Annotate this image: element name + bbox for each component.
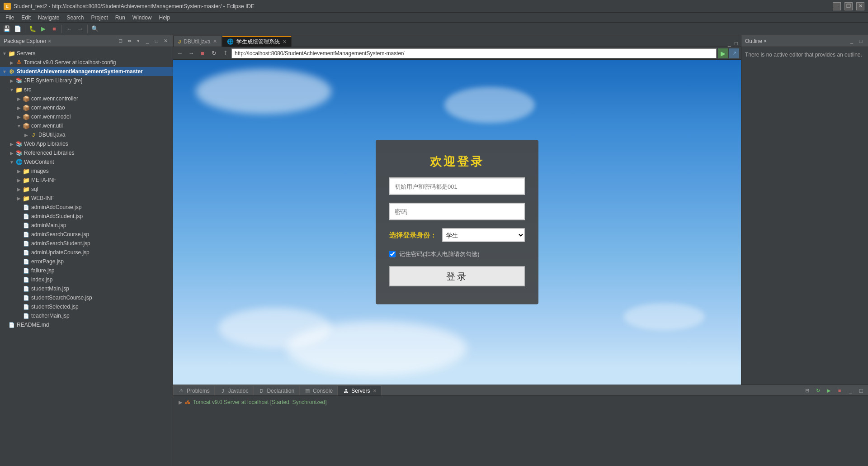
- collapse-all-button[interactable]: ⊟: [117, 38, 124, 45]
- tree-index[interactable]: 📄 index.jsp: [0, 275, 173, 284]
- maximize-view-button[interactable]: □: [153, 38, 160, 45]
- tree-adminaddstudent[interactable]: 📄 adminAddStudent.jsp: [0, 212, 173, 221]
- adminaddstudent-arrow: [15, 213, 23, 220]
- nav-refresh-button[interactable]: ↻: [209, 48, 219, 58]
- toolbar-forward[interactable]: →: [75, 24, 85, 34]
- toolbar-search[interactable]: 🔍: [90, 24, 100, 34]
- toolbar-debug[interactable]: 🐛: [28, 24, 38, 34]
- bottom-refresh-button[interactable]: ↻: [813, 385, 823, 395]
- servers-tab-close[interactable]: ✕: [373, 388, 377, 393]
- link-editor-button[interactable]: ⇔: [126, 38, 133, 45]
- go-button[interactable]: ▶: [718, 48, 728, 58]
- open-in-browser-button[interactable]: ↗: [729, 48, 739, 58]
- tree-servers[interactable]: ▼ 📁 Servers: [0, 49, 173, 58]
- tree-adminupdatecourse[interactable]: 📄 adminUpdateCourse.jsp: [0, 248, 173, 257]
- tree-src[interactable]: ▼ 📁 src: [0, 85, 173, 94]
- username-input[interactable]: [389, 178, 525, 195]
- bottom-start-button[interactable]: ▶: [824, 385, 834, 395]
- tree-failure[interactable]: 📄 failure.jsp: [0, 266, 173, 275]
- tab-dbutil[interactable]: J DBUtil.java ✕: [173, 36, 222, 47]
- toolbar-save[interactable]: 💾: [2, 24, 12, 34]
- readme-label: README.md: [17, 322, 49, 328]
- tomcat-server-row[interactable]: ▶ 🖧 Tomcat v9.0 Server at localhost [Sta…: [177, 398, 864, 407]
- minimize-button[interactable]: –: [833, 2, 841, 10]
- tree-adminaddcourse[interactable]: 📄 adminAddCourse.jsp: [0, 203, 173, 212]
- close-button[interactable]: ✕: [856, 2, 864, 10]
- tree-referenced-libs[interactable]: ▶ 📚 Referenced Libraries: [0, 148, 173, 157]
- menu-navigate[interactable]: Navigate: [34, 14, 63, 22]
- tree-webcontent[interactable]: ▼ 🌐 WebContent: [0, 157, 173, 166]
- tree-errorpage[interactable]: 📄 errorPage.jsp: [0, 257, 173, 266]
- tree-studentsearchcourse[interactable]: 📄 studentSearchCourse.jsp: [0, 293, 173, 302]
- outline-max-button[interactable]: □: [857, 38, 864, 45]
- toolbar-new[interactable]: 📄: [13, 24, 23, 34]
- meta-inf-arrow: ▶: [15, 176, 23, 184]
- tree-web-inf[interactable]: ▶ 📁 WEB-INF: [0, 194, 173, 203]
- toolbar-stop[interactable]: ■: [49, 24, 59, 34]
- close-view-button[interactable]: ✕: [162, 38, 169, 45]
- tab-console[interactable]: ▤ Console: [299, 385, 338, 395]
- nav-back-button[interactable]: ←: [175, 48, 185, 58]
- browser-content: 欢迎登录 选择登录身份： 学生 教师 管理员: [173, 60, 741, 385]
- bottom-min-button[interactable]: _: [845, 385, 855, 395]
- menu-file[interactable]: File: [2, 14, 18, 22]
- tree-project[interactable]: ▼ ⚙ StudentAchievementManagementSystem-m…: [0, 67, 173, 76]
- tab-declaration[interactable]: D Declaration: [253, 385, 299, 395]
- tree-meta-inf[interactable]: ▶ 📁 META-INF: [0, 176, 173, 185]
- tab-javadoc[interactable]: J Javadoc: [215, 385, 254, 395]
- remember-checkbox[interactable]: [389, 251, 396, 257]
- menu-project[interactable]: Project: [87, 14, 111, 22]
- toolbar-run[interactable]: ▶: [38, 24, 48, 34]
- tree-images[interactable]: ▶ 📁 images: [0, 166, 173, 176]
- tab-browser[interactable]: 🌐 学生成绩管理系统 ✕: [222, 36, 292, 47]
- tree-readme[interactable]: 📄 README.md: [0, 320, 173, 329]
- menu-help[interactable]: Help: [156, 14, 174, 22]
- images-folder-icon: 📁: [23, 167, 30, 175]
- tree-teachermain[interactable]: 📄 teacherMain.jsp: [0, 311, 173, 320]
- tree-webapp-libs[interactable]: ▶ 📚 Web App Libraries: [0, 139, 173, 148]
- toolbar-back[interactable]: ←: [64, 24, 74, 34]
- menu-edit[interactable]: Edit: [18, 14, 34, 22]
- menu-run[interactable]: Run: [112, 14, 129, 22]
- password-input[interactable]: [389, 203, 525, 220]
- tab-problems[interactable]: ⚠ Problems: [173, 385, 215, 395]
- bottom-stop-button[interactable]: ■: [835, 385, 844, 395]
- tree-adminmain[interactable]: 📄 adminMain.jsp: [0, 221, 173, 230]
- browser-tab-close[interactable]: ✕: [283, 39, 287, 45]
- login-button[interactable]: 登录: [389, 266, 525, 286]
- tree-dbutil[interactable]: ▶ J DBUtil.java: [0, 130, 173, 139]
- tree-controller[interactable]: ▶ 📦 com.wenr.controller: [0, 94, 173, 103]
- editor-max-button[interactable]: □: [733, 40, 739, 47]
- url-bar[interactable]: [231, 48, 717, 58]
- bottom-collapse-button[interactable]: ⊟: [802, 385, 812, 395]
- view-menu-button[interactable]: ▾: [135, 38, 142, 45]
- tree-tomcat-config[interactable]: ▶ 🖧 Tomcat v9.0 Server at localhost-conf…: [0, 58, 173, 67]
- role-select[interactable]: 学生 教师 管理员: [442, 228, 525, 242]
- tree-studentselected[interactable]: 📄 studentSelected.jsp: [0, 302, 173, 311]
- dbutil-tab-close[interactable]: ✕: [213, 38, 217, 44]
- nav-stop-button[interactable]: ■: [198, 48, 208, 58]
- nav-open-external-button[interactable]: ⤴: [220, 48, 230, 58]
- menu-search[interactable]: Search: [63, 14, 87, 22]
- tree-jre[interactable]: ▶ 📚 JRE System Library [jre]: [0, 76, 173, 85]
- tree-adminsearchstudent[interactable]: 📄 adminSearchStudent.jsp: [0, 239, 173, 248]
- studentmain-label: studentMain.jsp: [31, 285, 69, 292]
- menu-window[interactable]: Window: [129, 14, 156, 22]
- center-right-wrapper: J DBUtil.java ✕ 🌐 学生成绩管理系统 ✕ _ □: [173, 35, 868, 466]
- restore-button[interactable]: ❐: [844, 2, 853, 10]
- tree-studentmain[interactable]: 📄 studentMain.jsp: [0, 284, 173, 293]
- tree-util[interactable]: ▼ 📦 com.wenr.util: [0, 121, 173, 130]
- teachermain-icon: 📄: [23, 312, 30, 319]
- tree-sql[interactable]: ▶ 📁 sql: [0, 185, 173, 194]
- editor-min-button[interactable]: _: [726, 40, 732, 47]
- tree-model[interactable]: ▶ 📦 com.wenr.model: [0, 112, 173, 121]
- tree-adminsearchcourse[interactable]: 📄 adminSearchCourse.jsp: [0, 230, 173, 239]
- console-icon: ▤: [304, 388, 311, 394]
- minimize-view-button[interactable]: _: [144, 38, 151, 45]
- outline-min-button[interactable]: _: [848, 38, 855, 45]
- tree-dao[interactable]: ▶ 📦 com.wenr.dao: [0, 103, 173, 112]
- nav-forward-button[interactable]: →: [186, 48, 196, 58]
- tab-servers[interactable]: 🖧 Servers ✕: [338, 385, 382, 395]
- tree-area: ▼ 📁 Servers ▶ 🖧 Tomcat v9.0 Server at lo…: [0, 47, 173, 466]
- bottom-max-button[interactable]: □: [856, 385, 866, 395]
